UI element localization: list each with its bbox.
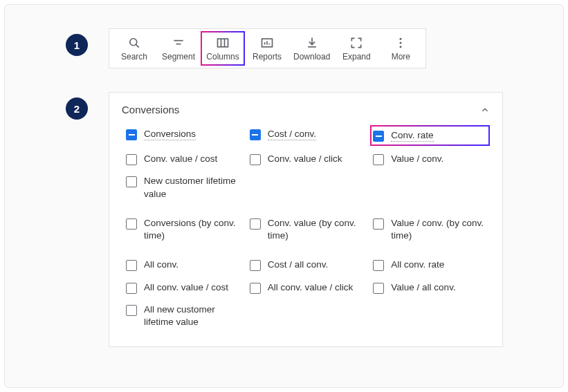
metric-item[interactable]: Conv. value / click [248, 150, 367, 168]
svg-point-12 [400, 38, 402, 40]
metric-item[interactable]: Value / all conv. [372, 279, 490, 297]
checkbox-empty-icon[interactable] [373, 154, 384, 165]
toolbar-label: Expand [342, 52, 371, 62]
metric-label: Value / conv. (by conv. time) [391, 217, 488, 242]
checkbox-empty-icon[interactable] [126, 305, 137, 316]
more-button[interactable]: More [378, 32, 423, 64]
checkbox-empty-icon[interactable] [250, 218, 261, 230]
metric-label: Conv. value / click [268, 153, 342, 165]
metric-item[interactable]: Conv. value (by conv. time) [248, 214, 367, 245]
segment-icon [172, 35, 185, 50]
metric-item[interactable]: All new customer lifetime value [125, 301, 243, 331]
checkbox-empty-icon[interactable] [250, 154, 261, 165]
metric-item[interactable]: All conv. value / click [248, 279, 367, 297]
reports-icon [260, 35, 274, 50]
metric-label: All conv. value / cost [144, 281, 228, 294]
step-badge-2: 2 [66, 97, 88, 120]
conversions-panel: Conversions ConversionsCost / conv.Conv.… [109, 92, 503, 347]
metric-item[interactable]: Cost / conv. [248, 125, 367, 146]
metric-item[interactable]: All conv. rate [372, 256, 490, 274]
svg-rect-4 [218, 39, 228, 47]
checkbox-empty-icon[interactable] [373, 218, 384, 230]
svg-line-1 [136, 45, 139, 48]
grid-gap [125, 207, 490, 210]
grid-spacer [248, 172, 367, 203]
checkbox-indeterminate-icon[interactable] [250, 129, 261, 140]
checkbox-empty-icon[interactable] [126, 218, 137, 230]
metric-item[interactable]: New customer lifetime value [125, 172, 243, 203]
toolbar: SearchSegmentColumnsReportsDownloadExpan… [109, 28, 426, 68]
metric-item[interactable]: Conversions (by conv. time) [125, 214, 243, 245]
toolbar-label: Columns [206, 52, 239, 62]
checkbox-empty-icon[interactable] [250, 283, 261, 294]
svg-point-0 [130, 39, 137, 46]
reports-button[interactable]: Reports [245, 32, 289, 64]
metrics-grid: ConversionsCost / conv.Conv. rateConv. v… [125, 125, 490, 331]
metric-label: Conv. value (by conv. time) [268, 217, 365, 242]
metric-label: Value / all conv. [391, 281, 455, 294]
step-badge-1: 1 [66, 34, 88, 56]
checkbox-indeterminate-icon[interactable] [373, 131, 384, 142]
metric-item[interactable]: Value / conv. [372, 150, 490, 168]
metric-label: All conv. [144, 259, 178, 271]
svg-point-13 [400, 42, 402, 44]
segment-button[interactable]: Segment [156, 32, 201, 64]
metric-label: Conv. rate [391, 129, 433, 142]
toolbar-label: Segment [162, 52, 195, 62]
download-icon [305, 35, 319, 50]
checkbox-empty-icon[interactable] [126, 260, 137, 271]
columns-icon [216, 35, 230, 50]
metric-label: All conv. value / click [268, 281, 354, 294]
toolbar-label: Search [121, 52, 147, 62]
search-icon [127, 35, 141, 50]
columns-button[interactable]: Columns [201, 31, 245, 66]
grid-spacer [372, 172, 490, 203]
metric-item[interactable]: Conversions [125, 125, 243, 146]
metric-item[interactable]: Cost / all conv. [248, 256, 367, 274]
metric-item[interactable]: Conv. rate [370, 125, 490, 146]
toolbar-label: Reports [253, 52, 282, 62]
metric-label: Conversions (by conv. time) [144, 217, 241, 242]
metric-label: All new customer lifetime value [144, 304, 241, 328]
more-icon [394, 35, 407, 50]
metric-label: Value / conv. [391, 153, 443, 165]
download-button[interactable]: Download [289, 32, 334, 64]
metric-item[interactable]: All conv. value / cost [125, 279, 243, 297]
metric-item[interactable]: Conv. value / cost [125, 150, 243, 168]
checkbox-empty-icon[interactable] [250, 260, 261, 271]
checkbox-indeterminate-icon[interactable] [126, 129, 137, 140]
expand-button[interactable]: Expand [334, 32, 378, 64]
toolbar-label: Download [293, 52, 330, 62]
grid-gap [125, 249, 490, 252]
search-button[interactable]: Search [112, 32, 156, 64]
checkbox-empty-icon[interactable] [126, 283, 137, 294]
checkbox-empty-icon[interactable] [373, 260, 384, 271]
checkbox-empty-icon[interactable] [373, 283, 384, 294]
metric-label: Conv. value / cost [144, 153, 217, 165]
metric-label: New customer lifetime value [144, 175, 241, 200]
metric-label: Cost / all conv. [268, 259, 329, 271]
metric-item[interactable]: Value / conv. (by conv. time) [372, 214, 490, 245]
metric-label: Conversions [144, 128, 196, 140]
metric-label: Cost / conv. [268, 128, 316, 140]
metric-label: All conv. rate [391, 259, 444, 271]
toolbar-label: More [392, 52, 410, 62]
chevron-up-icon[interactable] [480, 105, 490, 115]
checkbox-empty-icon[interactable] [126, 154, 137, 165]
panel-title: Conversions [122, 104, 179, 115]
checkbox-empty-icon[interactable] [126, 176, 137, 187]
expand-icon [349, 35, 363, 50]
svg-point-14 [400, 46, 402, 48]
metric-item[interactable]: All conv. [125, 256, 243, 274]
